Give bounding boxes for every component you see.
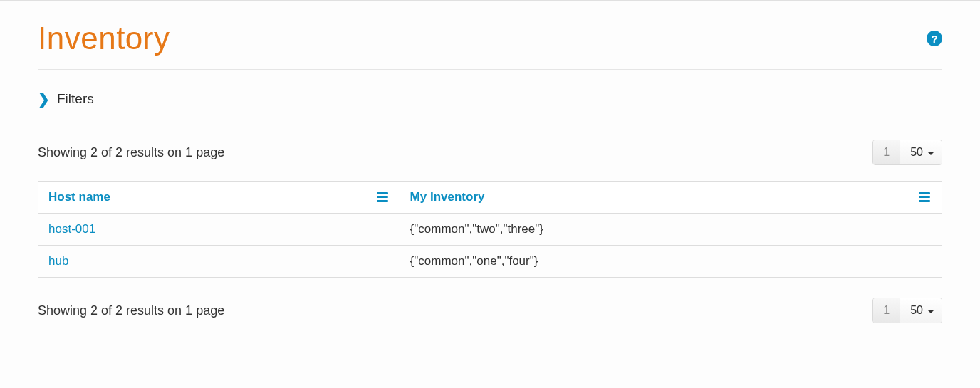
pager-current-page[interactable]: 1 (873, 298, 900, 323)
results-summary-bottom: Showing 2 of 2 results on 1 page (38, 303, 224, 318)
pager-bottom: 1 50 (872, 298, 942, 323)
pager-page-size-value: 50 (910, 146, 923, 159)
pager-page-size-value: 50 (910, 304, 923, 317)
pager-page-size-dropdown[interactable]: 50 (900, 298, 942, 323)
results-summary-top: Showing 2 of 2 results on 1 page (38, 145, 224, 160)
caret-down-icon (927, 310, 934, 313)
chevron-right-icon: ❯ (38, 92, 50, 106)
filters-label: Filters (57, 91, 94, 107)
help-icon[interactable]: ? (927, 31, 942, 46)
column-header-inventory[interactable]: My Inventory (400, 182, 942, 214)
host-link[interactable]: host-001 (48, 222, 95, 236)
column-header-inventory-label: My Inventory (410, 190, 485, 204)
column-menu-icon[interactable] (375, 191, 390, 204)
column-menu-icon[interactable] (917, 191, 932, 204)
page-title: Inventory (38, 21, 170, 56)
table-row: hub {"common","one","four"} (38, 246, 942, 278)
table-row: host-001 {"common","two","three"} (38, 214, 942, 246)
caret-down-icon (927, 152, 934, 155)
pager-current-page[interactable]: 1 (873, 140, 900, 164)
inventory-cell: {"common","one","four"} (400, 246, 942, 278)
pager-top: 1 50 (872, 140, 942, 165)
filters-toggle[interactable]: ❯ Filters (38, 91, 942, 107)
column-header-hostname[interactable]: Host name (38, 182, 400, 214)
inventory-cell: {"common","two","three"} (400, 214, 942, 246)
inventory-table: Host name My Inventory (38, 181, 942, 278)
pager-page-size-dropdown[interactable]: 50 (900, 140, 942, 164)
host-link[interactable]: hub (48, 254, 68, 268)
column-header-hostname-label: Host name (48, 190, 110, 204)
